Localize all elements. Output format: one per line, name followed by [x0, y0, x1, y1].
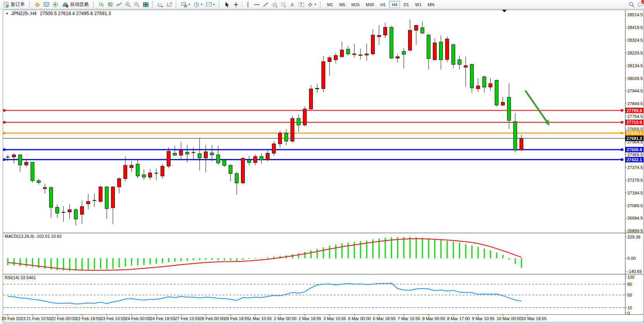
timeframe-button-d1[interactable]: D1 — [401, 1, 412, 8]
svg-text:21 Feb 10:55: 21 Feb 10:55 — [26, 316, 51, 321]
tile-windows-button[interactable] — [142, 1, 150, 9]
trendline-tool-button[interactable] — [261, 1, 270, 9]
profiles-button[interactable] — [33, 1, 42, 9]
svg-text:27944.5: 27944.5 — [627, 89, 643, 93]
autotrading-icon — [62, 2, 68, 8]
horizontal-line-tool-button[interactable] — [253, 1, 261, 9]
timeframe-button-mn[interactable]: MN — [425, 1, 437, 8]
svg-text:T: T — [300, 2, 302, 7]
svg-text:27279.5: 27279.5 — [627, 178, 643, 182]
timeframe-button-m5[interactable]: M5 — [337, 1, 348, 8]
timeframe-button-h1[interactable]: H1 — [378, 1, 388, 8]
text-label-tool-button[interactable]: T — [297, 1, 306, 9]
chart-shift-icon — [166, 2, 173, 8]
svg-text:2 Mar 18:55: 2 Mar 18:55 — [299, 316, 321, 321]
search-icon — [629, 2, 635, 8]
new-order-label: 新订单 — [11, 1, 25, 8]
horizontal-line-icon — [254, 2, 260, 8]
svg-text:9 Mar 10:55: 9 Mar 10:55 — [472, 316, 495, 321]
svg-text:15: 15 — [627, 305, 632, 310]
data-window-button[interactable] — [51, 1, 60, 9]
svg-text:26899.5: 26899.5 — [627, 229, 643, 233]
toolbar-grip — [219, 1, 221, 8]
toolbar-grip — [152, 1, 154, 8]
text-icon: A — [289, 2, 296, 8]
svg-text:27184.5: 27184.5 — [627, 191, 643, 195]
timeframe-button-w1[interactable]: W1 — [412, 1, 424, 8]
timeframe-button-m1[interactable]: M1 — [325, 1, 336, 8]
zoom-out-button[interactable] — [133, 1, 141, 9]
bar-chart-button[interactable] — [97, 1, 106, 9]
svg-text:27710.8: 27710.8 — [627, 120, 642, 124]
toolbar-grip — [29, 1, 31, 8]
timeframe-toolbar: M1M5M15M30H1H4D1W1MN — [324, 1, 437, 8]
timeframe-button-m30[interactable]: M30 — [363, 1, 377, 8]
chart-title: ▼JPN225-,H427505.5 27618.4 27495.6 27591… — [5, 11, 111, 16]
svg-text:8 Mar 17:00: 8 Mar 17:00 — [447, 316, 470, 321]
zoom-out-icon — [134, 2, 140, 8]
periods-button[interactable]: ▼ — [192, 1, 204, 9]
svg-text:23 Feb 10:55: 23 Feb 10:55 — [101, 316, 126, 321]
text-label-icon: T — [298, 2, 304, 8]
svg-text:7 Mar 10:55: 7 Mar 10:55 — [398, 316, 420, 321]
svg-text:2 Mar 00:00: 2 Mar 00:00 — [274, 316, 297, 321]
arrow-objects-icon — [307, 2, 313, 8]
line-chart-button[interactable] — [115, 1, 123, 9]
trendline-icon — [263, 2, 269, 8]
chevron-down-icon: ▼ — [200, 3, 203, 6]
crosshair-tool-button[interactable] — [232, 1, 240, 9]
svg-text:28039.5: 28039.5 — [627, 76, 643, 81]
market-watch-button[interactable] — [42, 1, 51, 9]
chart-canvas[interactable]: 28514.528419.528324.528229.528134.528039… — [0, 0, 644, 324]
templates-button[interactable]: ▼ — [205, 1, 217, 9]
svg-text:27 Feb 10:55: 27 Feb 10:55 — [175, 316, 200, 321]
svg-text:27432.1: 27432.1 — [627, 157, 642, 162]
chevron-down-icon: ▼ — [188, 3, 191, 6]
market-watch-icon — [43, 2, 50, 8]
svg-text:6 Mar 00:00: 6 Mar 00:00 — [348, 316, 371, 321]
vertical-line-tool-button[interactable] — [244, 1, 252, 9]
fibonacci-tool-button[interactable]: F — [279, 1, 288, 9]
notification-badge: 1 — [641, 0, 644, 4]
svg-text:28419.5: 28419.5 — [627, 25, 643, 30]
toolbar-grip — [176, 1, 178, 8]
text-tool-button[interactable]: A — [288, 1, 297, 9]
chart-symbol-period: JPN225-,H4 — [11, 11, 36, 16]
equidistant-channel-tool-button[interactable]: E — [270, 1, 279, 9]
autotrading-button[interactable]: 自动交易 — [60, 1, 91, 9]
fibonacci-icon: F — [280, 2, 287, 8]
zoom-in-button[interactable] — [124, 1, 132, 9]
svg-text:229.39: 229.39 — [627, 235, 641, 239]
candlestick-chart-icon — [107, 2, 113, 8]
tile-windows-icon — [143, 2, 149, 8]
profiles-icon — [34, 2, 41, 8]
clock-icon — [193, 2, 200, 8]
timeframe-button-m15[interactable]: M15 — [348, 1, 362, 8]
svg-text:F: F — [284, 5, 286, 8]
bar-chart-icon — [98, 2, 104, 8]
svg-text:27754.5: 27754.5 — [627, 114, 643, 119]
arrows-tool-button[interactable]: ▼ — [306, 1, 318, 9]
crosshair-icon — [233, 2, 239, 8]
new-order-button[interactable]: 新订单 — [1, 1, 27, 9]
timeframe-button-h4[interactable]: H4 — [389, 1, 400, 8]
notifications-button[interactable]: 1 — [636, 1, 644, 9]
new-chart-icon — [181, 2, 187, 8]
new-chart-button[interactable]: ▼ — [180, 1, 192, 9]
svg-text:28514.5: 28514.5 — [627, 12, 643, 17]
candlestick-chart-button[interactable] — [106, 1, 114, 9]
search-button[interactable] — [627, 1, 636, 9]
svg-text:26994.5: 26994.5 — [627, 216, 643, 220]
line-chart-icon — [116, 2, 122, 8]
auto-scroll-icon — [157, 2, 164, 8]
chart-ohlc-values: 27505.5 27618.4 27495.6 27591.3 — [40, 11, 111, 16]
svg-text:28324.5: 28324.5 — [627, 38, 643, 43]
svg-text:20 Feb 2023: 20 Feb 2023 — [2, 316, 26, 321]
quick-trade-toggle-icon[interactable]: ▼ — [5, 12, 9, 15]
cursor-tool-button[interactable] — [223, 1, 231, 9]
svg-text:0.00: 0.00 — [627, 256, 635, 261]
svg-text:27630.3: 27630.3 — [627, 131, 642, 135]
auto-scroll-button[interactable] — [156, 1, 165, 9]
chart-shift-button[interactable] — [165, 1, 174, 9]
svg-text:28 Feb 18:55: 28 Feb 18:55 — [224, 316, 249, 321]
